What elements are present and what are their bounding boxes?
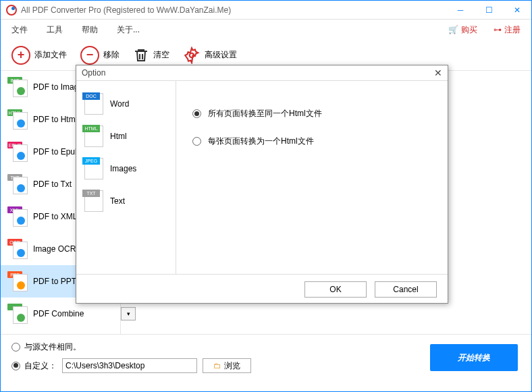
minus-icon: − <box>80 46 99 65</box>
gear-icon <box>183 47 201 64</box>
add-file-button[interactable]: + 添加文件 <box>11 46 67 65</box>
dialog-close-button[interactable]: ✕ <box>434 67 442 78</box>
format-label: Html <box>110 132 127 141</box>
sidebar-item-label: PDF to XML <box>33 212 77 221</box>
window-title: All PDF Converter Pro (Registered to WwW… <box>21 5 231 15</box>
browse-button[interactable]: 🗀 浏览 <box>203 358 251 373</box>
format-label: Images <box>110 164 136 173</box>
start-convert-button[interactable]: 开始转换 <box>430 344 518 371</box>
register-link[interactable]: ⊶ 注册 <box>494 24 521 36</box>
sidebar-item-label: PDF to PPTX <box>33 277 82 286</box>
advanced-settings-button[interactable]: 高级设置 <box>183 47 237 64</box>
folder-icon: 🗀 <box>213 361 221 370</box>
format-item[interactable]: TXT Text <box>76 185 176 217</box>
format-icon: DOC <box>84 93 103 115</box>
remove-button[interactable]: − 移除 <box>80 46 119 65</box>
option-dialog: Option ✕ DOC Word HTML Html JPEG Images … <box>76 65 448 304</box>
buy-link[interactable]: 🛒 购买 <box>448 24 477 36</box>
format-icon: EPUB <box>7 142 28 162</box>
output-panel: 与源文件相同。 自定义： 🗀 浏览 开始转换 <box>1 334 531 391</box>
dialog-titlebar: Option ✕ <box>76 65 448 80</box>
sidebar-item-label: Image OCR <box>33 244 76 254</box>
radio-icon <box>11 362 20 370</box>
ok-button[interactable]: OK <box>304 281 367 298</box>
menu-about[interactable]: 关于... <box>117 24 140 36</box>
radio-icon <box>11 343 20 352</box>
menu-help[interactable]: 帮助 <box>82 24 98 36</box>
dialog-format-list: DOC Word HTML Html JPEG Images TXT Text <box>76 81 176 274</box>
dialog-title: Option <box>82 68 105 78</box>
cart-icon: 🛒 <box>448 25 458 34</box>
radio-icon <box>192 137 201 146</box>
maximize-button[interactable]: ☐ <box>480 4 498 16</box>
format-icon: HTML <box>84 125 103 147</box>
menu-tools[interactable]: 工具 <box>47 24 63 36</box>
format-icon: XML <box>7 206 28 227</box>
sidebar-item-label: PDF to Html <box>33 115 77 124</box>
dialog-footer: OK Cancel <box>76 275 448 304</box>
format-icon: PPT <box>7 271 28 291</box>
format-icon: IMG <box>7 77 28 97</box>
option-each-page-file[interactable]: 每张页面转换为一个Html文件 <box>192 136 431 147</box>
format-item[interactable]: JPEG Images <box>76 152 176 185</box>
option-all-pages-one-file[interactable]: 所有页面转换至同一个Html文件 <box>192 108 431 119</box>
titlebar: All PDF Converter Pro (Registered to WwW… <box>1 1 531 20</box>
format-icon: TXT <box>7 174 28 194</box>
dropdown-stub[interactable]: ▾ <box>121 307 136 320</box>
format-icon: OCR <box>7 239 28 259</box>
cancel-button[interactable]: Cancel <box>375 281 437 298</box>
format-label: Text <box>110 196 125 206</box>
output-path-input[interactable] <box>62 358 197 373</box>
menu-file[interactable]: 文件 <box>11 24 28 36</box>
sidebar-item-label: PDF to Txt <box>33 179 72 189</box>
app-icon <box>6 5 17 16</box>
dialog-options-pane: 所有页面转换至同一个Html文件 每张页面转换为一个Html文件 <box>176 81 448 274</box>
minimize-button[interactable]: ─ <box>452 4 469 16</box>
format-label: Word <box>110 99 129 109</box>
plus-icon: + <box>11 46 30 65</box>
window-controls: ─ ☐ ✕ <box>452 4 526 16</box>
format-item[interactable]: DOC Word <box>76 88 176 120</box>
sidebar-item-label: PDF Combine <box>33 309 84 318</box>
clear-button[interactable]: 清空 <box>133 47 169 64</box>
radio-icon <box>192 109 201 118</box>
format-icon <box>7 304 28 324</box>
key-icon: ⊶ <box>494 25 502 34</box>
format-item[interactable]: HTML Html <box>76 120 176 152</box>
sidebar-item-label: PDF to Epub <box>33 147 80 157</box>
close-button[interactable]: ✕ <box>508 4 526 16</box>
custom-path-option[interactable]: 自定义： <box>11 360 57 372</box>
trash-icon <box>133 47 149 64</box>
format-icon: TXT <box>84 190 103 212</box>
menubar: 文件 工具 帮助 关于... 🛒 购买 ⊶ 注册 <box>1 20 531 40</box>
format-icon: HTML <box>7 109 28 130</box>
format-icon: JPEG <box>84 158 103 179</box>
